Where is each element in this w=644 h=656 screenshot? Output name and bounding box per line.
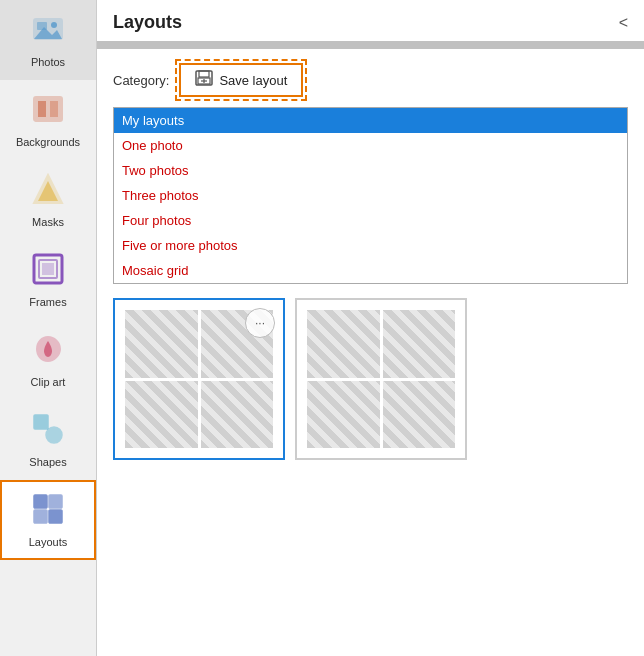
save-layout-icon	[195, 70, 213, 90]
save-layout-button[interactable]: Save layout	[179, 63, 303, 97]
category-list-item-two-photos[interactable]: Two photos	[114, 158, 627, 183]
svg-point-3	[51, 22, 57, 28]
save-layout-label: Save layout	[219, 73, 287, 88]
svg-rect-5	[38, 101, 46, 117]
svg-rect-12	[34, 415, 48, 429]
panel-title: Layouts	[113, 12, 182, 33]
main-panel: Layouts < Category: Save layout My layou…	[97, 0, 644, 656]
sidebar-item-layouts[interactable]: Layouts	[0, 480, 96, 560]
scrollbar[interactable]	[97, 41, 644, 49]
sidebar-item-photos-label: Photos	[31, 56, 65, 68]
category-list: My layouts One photo Two photos Three ph…	[113, 107, 628, 284]
layout-cell-2-2	[383, 310, 456, 378]
svg-rect-15	[49, 495, 62, 508]
category-list-item-mosaic-grid[interactable]: Mosaic grid	[114, 258, 627, 283]
sidebar-item-masks[interactable]: Masks	[0, 160, 96, 240]
layouts-icon	[32, 493, 64, 532]
panel-header: Layouts <	[97, 0, 644, 41]
collapse-button[interactable]: <	[619, 14, 628, 32]
sidebar-item-shapes-label: Shapes	[29, 456, 66, 468]
layouts-area: ···	[97, 288, 644, 470]
sidebar-item-photos[interactable]: Photos	[0, 0, 96, 80]
backgrounds-icon	[32, 93, 64, 132]
category-list-item-my-layouts[interactable]: My layouts	[114, 108, 627, 133]
layout-cell-1-3	[125, 381, 198, 449]
layout-cell-2-4	[383, 381, 456, 449]
category-list-item-three-photos[interactable]: Three photos	[114, 183, 627, 208]
frames-icon	[32, 253, 64, 292]
layout-thumb-2-inner	[297, 300, 465, 458]
shapes-icon	[32, 413, 64, 452]
photos-icon	[32, 13, 64, 52]
category-label: Category:	[113, 73, 169, 88]
category-row: Category: Save layout	[97, 57, 644, 103]
category-list-item-four-photos[interactable]: Four photos	[114, 208, 627, 233]
sidebar-item-clipart-label: Clip art	[31, 376, 66, 388]
more-options-button[interactable]: ···	[245, 308, 275, 338]
sidebar-item-frames-label: Frames	[29, 296, 66, 308]
svg-rect-17	[49, 510, 62, 523]
sidebar-item-clipart[interactable]: Clip art	[0, 320, 96, 400]
sidebar-item-frames[interactable]: Frames	[0, 240, 96, 320]
layout-thumb-1[interactable]: ···	[113, 298, 285, 460]
sidebar-item-shapes[interactable]: Shapes	[0, 400, 96, 480]
category-list-item-five-or-more[interactable]: Five or more photos	[114, 233, 627, 258]
svg-rect-14	[34, 495, 47, 508]
svg-rect-19	[199, 71, 209, 77]
layout-cell-1-4	[201, 381, 274, 449]
svg-rect-16	[34, 510, 47, 523]
layout-thumb-2[interactable]	[295, 298, 467, 460]
category-list-item-one-photo[interactable]: One photo	[114, 133, 627, 158]
svg-rect-6	[50, 101, 58, 117]
layout-cell-2-3	[307, 381, 380, 449]
svg-rect-11	[42, 263, 54, 275]
clipart-icon	[32, 333, 64, 372]
sidebar-item-backgrounds[interactable]: Backgrounds	[0, 80, 96, 160]
sidebar-item-layouts-label: Layouts	[29, 536, 68, 548]
masks-icon	[32, 173, 64, 212]
sidebar-item-masks-label: Masks	[32, 216, 64, 228]
layout-cell-1-1	[125, 310, 198, 378]
svg-point-13	[46, 427, 62, 443]
sidebar-item-backgrounds-label: Backgrounds	[16, 136, 80, 148]
layout-cell-2-1	[307, 310, 380, 378]
sidebar: Photos Backgrounds Masks	[0, 0, 97, 656]
